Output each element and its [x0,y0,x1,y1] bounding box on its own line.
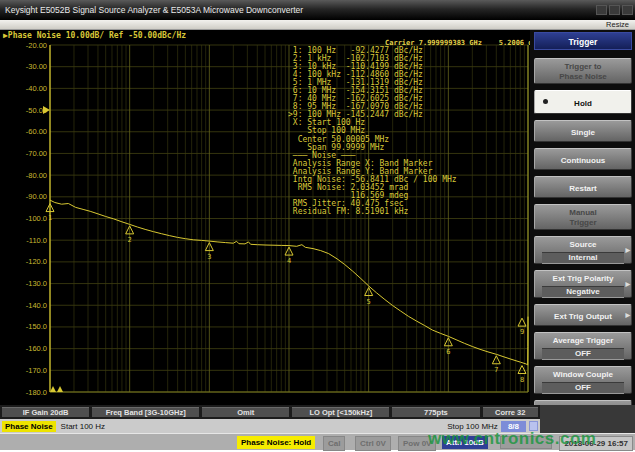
softkey-label: Source [535,237,631,250]
softkey-label: Restart [535,181,631,194]
application-window: Keysight E5052B Signal Source Analyzer &… [0,0,635,452]
marker-number-label: 9 [520,328,524,336]
softkey-hold[interactable]: Hold [534,90,632,114]
marker-number-label: 5 [367,298,371,306]
watermark-text: www.cntronics.com [428,429,596,449]
status-segment-0: IF Gain 20dB [2,407,89,417]
marker-noise-readout: 1: 100 Hz -92.4277 dBc/Hz 2: 1 kHz -102.… [288,47,457,216]
softkey-value: OFF [542,348,624,360]
softkey-ext-trig-output[interactable]: Ext Trig Output▶ [534,304,632,326]
softkey-value: Negative [542,286,624,298]
softkey-label: Hold [535,96,631,109]
y-tick-label: -20.00 [26,41,47,50]
softkey-manual-trigger[interactable]: ManualTrigger [534,204,632,230]
trigger-hold-status-badge: Phase Noise: Hold [237,436,315,449]
y-tick-label: -60.00 [26,127,47,136]
measurement-status-bar: IF Gain 20dBFreq Band [3G-10GHz]OmitLO O… [0,405,540,419]
softkey-trigger-to-phase-noise[interactable]: Trigger toPhase Noise [534,58,632,84]
y-tick-label: -100.0 [26,214,47,223]
marker-number-label: 8 [520,376,524,384]
status-indicator-ctrl-0v: Ctrl 0V [355,436,391,451]
y-tick-label: -80.00 [26,171,47,180]
marker-number-label: 7 [494,366,498,374]
maximize-button[interactable] [609,5,620,15]
window-title: Keysight E5052B Signal Source Analyzer &… [5,5,303,15]
marker-number-label: 2 [128,236,132,244]
softkey-menu-title: Trigger [534,32,632,50]
softkey-value: OFF [542,382,624,394]
softkey-label: Ext Trig Polarity [535,271,631,284]
y-tick-label: -130.0 [26,279,47,288]
status-segment-3: LO Opt [<150kHz] [292,407,389,417]
chevron-right-icon: ▶ [625,246,630,253]
softkey-label: Single [535,125,631,138]
y-tick-label: -110.0 [26,236,47,245]
status-segment-4: 775pts [392,407,479,417]
softkey-label: Manual [535,205,631,218]
sweep-start-label: Start 100 Hz [61,422,105,431]
marker-symbol-icon [518,366,526,374]
y-tick-label: -180.0 [26,388,47,397]
window-titlebar: Keysight E5052B Signal Source Analyzer &… [0,0,635,20]
status-segment-5: Corre 32 [483,407,538,417]
softkey-single[interactable]: Single [534,120,632,142]
marker-number-label: 4 [287,257,291,265]
softkey-window-couple[interactable]: Window CoupleOFF [534,366,632,394]
band-marker-start-icon [50,386,56,392]
softkey-label: Average Trigger [535,333,631,346]
softkey-sidebar: Trigger Trigger toPhase NoiseHoldSingleC… [530,30,635,405]
softkey-label: Window Couple [535,367,631,380]
y-tick-label: -170.0 [26,366,47,375]
y-tick-label: -160.0 [26,344,47,353]
minimize-button[interactable] [596,5,607,15]
y-tick-label: -30.00 [26,62,47,71]
resize-menu-item[interactable]: Resize [606,20,629,29]
softkey-restart[interactable]: Restart [534,176,632,198]
softkey-label-2: Trigger [535,218,631,228]
marker-symbol-icon [518,318,526,326]
softkey-label: Trigger to [535,59,631,72]
close-button[interactable] [622,5,633,15]
status-segment-1: Freq Band [3G-10GHz] [92,407,199,417]
band-marker-start-icon [57,386,63,392]
marker-number-label: 3 [207,253,211,261]
chevron-right-icon: ▶ [625,311,630,318]
softkey-button-list: Trigger toPhase NoiseHoldSingleContinuou… [530,58,635,422]
selected-bullet-icon [543,99,548,104]
softkey-average-trigger[interactable]: Average TriggerOFF [534,332,632,360]
softkey-label: Continuous [535,153,631,166]
chevron-right-icon: ▶ [625,280,630,287]
status-segment-2: Omit [202,407,289,417]
marker-number-label: 6 [446,348,450,356]
y-tick-label: -90.00 [26,192,47,201]
y-tick-label: -70.00 [26,149,47,158]
softkey-continuous[interactable]: Continuous [534,148,632,170]
softkey-label-2: Phase Noise [535,72,631,82]
y-tick-label: -120.0 [26,257,47,266]
phase-noise-mode-badge: Phase Noise [2,421,56,432]
softkey-value: Internal [542,252,624,264]
softkey-label: Ext Trig Output [535,309,631,322]
y-tick-label: -150.0 [26,322,47,331]
y-tick-label: -140.0 [26,301,47,310]
y-tick-label: -40.00 [26,84,47,93]
status-indicator-cal: Cal [323,436,345,451]
softkey-source[interactable]: SourceInternal▶ [534,236,632,264]
marker-number-label: 1 [48,214,52,222]
menu-bar: Resize [0,20,635,30]
softkey-ext-trig-polarity[interactable]: Ext Trig PolarityNegative▶ [534,270,632,298]
